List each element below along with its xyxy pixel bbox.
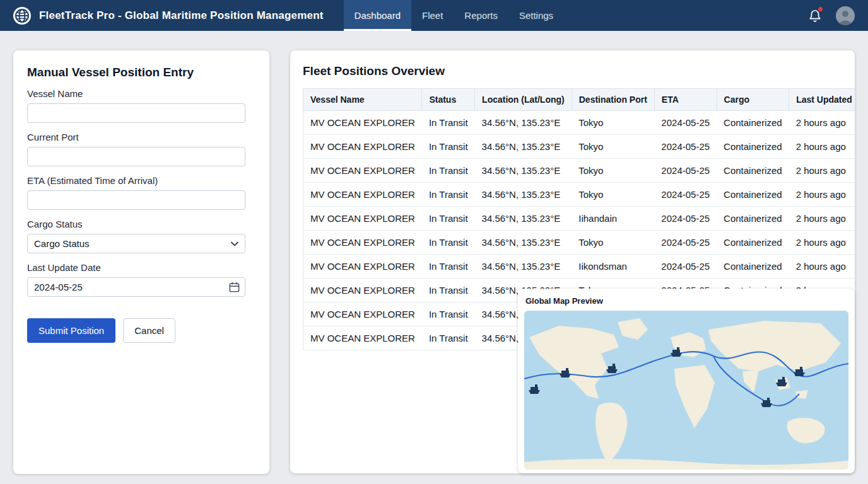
col-vessel-name[interactable]: Vessel Name — [303, 89, 422, 111]
table-cell: Iikondsman — [572, 255, 654, 279]
table-cell: 2 hours ago — [789, 207, 855, 231]
table-cell: 2 hours ago — [789, 231, 855, 255]
vessel-name-input[interactable] — [27, 103, 245, 123]
table-cell: MV OCEAN EXPLORER — [303, 135, 422, 159]
cargo-status-selected-value: Cargo Status — [34, 238, 90, 249]
form-title: Manual Vessel Position Entry — [27, 66, 255, 79]
eta-label: ETA (Estimated Time of Arrival) — [27, 175, 255, 186]
table-cell: 2024-05-25 — [654, 231, 717, 255]
table-cell: In Transit — [422, 111, 475, 135]
calendar-icon[interactable] — [229, 282, 240, 292]
table-cell: 2 hours ago — [789, 135, 855, 159]
cargo-status-label: Cargo Status — [27, 219, 255, 229]
table-row[interactable]: MV OCEAN EXPLORERIn Transit34.56°N, 135.… — [303, 255, 855, 279]
last-update-date-label: Last Update Date — [27, 262, 255, 273]
table-cell: In Transit — [422, 135, 475, 159]
table-cell: 2024-05-25 — [654, 255, 717, 279]
cancel-button[interactable]: Cancel — [123, 318, 175, 343]
table-cell: 34.56°N, 135.23°E — [475, 135, 572, 159]
table-cell: In Transit — [422, 255, 475, 279]
table-cell: MV OCEAN EXPLORER — [303, 183, 422, 207]
last-update-date-input[interactable] — [27, 277, 245, 297]
table-cell: MV OCEAN EXPLORER — [303, 279, 422, 302]
table-cell: Containerized — [717, 207, 789, 231]
col-destination-port[interactable]: Destination Port — [572, 89, 654, 111]
table-cell: In Transit — [422, 279, 475, 302]
table-cell: 2 hours ago — [789, 183, 855, 207]
app-title: FleetTrack Pro - Global Maritime Positio… — [39, 9, 324, 22]
bell-icon[interactable] — [808, 8, 822, 23]
col-location[interactable]: Location (Lat/Long) — [475, 89, 572, 111]
table-cell: Containerized — [717, 255, 789, 279]
table-cell: MV OCEAN EXPLORER — [303, 207, 422, 231]
nav-item-reports[interactable]: Reports — [454, 0, 508, 31]
table-cell: In Transit — [422, 302, 475, 326]
table-cell: 2024-05-25 — [654, 159, 717, 183]
table-cell: 2024-05-25 — [654, 111, 717, 135]
main-nav: Dashboard Fleet Reports Settings — [344, 0, 564, 31]
col-eta[interactable]: ETA — [654, 89, 717, 111]
current-port-input[interactable] — [27, 147, 245, 166]
table-row[interactable]: MV OCEAN EXPLORERIn Transit34.56°N, 135.… — [303, 135, 855, 159]
table-cell: MV OCEAN EXPLORER — [303, 159, 422, 183]
table-cell: Tokyo — [572, 183, 654, 207]
table-cell: Tokyo — [572, 231, 654, 255]
chevron-down-icon — [231, 241, 238, 246]
table-cell: 2024-05-25 — [654, 183, 717, 207]
user-avatar[interactable] — [836, 6, 855, 25]
table-row[interactable]: MV OCEAN EXPLORERIn Transit34.56°N, 135.… — [303, 159, 855, 183]
top-header: FleetTrack Pro - Global Maritime Positio… — [0, 0, 868, 31]
table-row[interactable]: MV OCEAN EXPLORERIn Transit34.56°N, 135.… — [303, 207, 855, 231]
table-row[interactable]: MV OCEAN EXPLORERIn Transit34.56°N, 135.… — [303, 183, 855, 207]
table-cell: 2 hours ago — [789, 111, 855, 135]
nav-item-fleet[interactable]: Fleet — [411, 0, 454, 31]
manual-entry-panel: Manual Vessel Position Entry Vessel Name… — [13, 50, 269, 474]
nav-item-settings[interactable]: Settings — [508, 0, 564, 31]
table-cell: 2024-05-25 — [654, 207, 717, 231]
table-cell: MV OCEAN EXPLORER — [303, 255, 422, 279]
table-cell: Tokyo — [572, 159, 654, 183]
globe-logo-icon — [13, 7, 31, 25]
current-port-label: Current Port — [27, 132, 255, 142]
table-cell: 2 hours ago — [789, 159, 855, 183]
notification-dot — [818, 7, 823, 11]
table-cell: In Transit — [422, 183, 475, 207]
table-cell: In Transit — [422, 207, 475, 231]
table-cell: Tokyo — [572, 135, 654, 159]
table-cell: 34.56°N, 135.23°E — [475, 207, 572, 231]
world-map-preview — [524, 311, 848, 470]
table-cell: 34.56°N, 135.23°E — [475, 231, 572, 255]
table-cell: MV OCEAN EXPLORER — [303, 111, 422, 135]
vessel-name-label: Vessel Name — [27, 88, 255, 99]
col-status[interactable]: Status — [422, 89, 475, 111]
col-last-updated[interactable]: Last Updated — [789, 89, 855, 111]
map-title: Global Map Preview — [525, 296, 848, 306]
cargo-status-select[interactable]: Cargo Status — [27, 234, 245, 253]
table-row[interactable]: MV OCEAN EXPLORERIn Transit34.56°N, 135.… — [303, 231, 855, 255]
table-cell: Containerized — [717, 111, 789, 135]
table-cell: Containerized — [717, 183, 789, 207]
col-cargo[interactable]: Cargo — [717, 89, 789, 111]
table-cell: 34.56°N, 135.23°E — [475, 183, 572, 207]
table-cell: In Transit — [422, 231, 475, 255]
submit-position-button[interactable]: Submit Position — [27, 318, 115, 343]
table-row[interactable]: MV OCEAN EXPLORERIn Transit34.56°N, 135.… — [303, 111, 855, 135]
table-cell: MV OCEAN EXPLORER — [303, 326, 422, 350]
table-cell: 34.56°N, 135.23°E — [475, 111, 572, 135]
table-cell: 2 hours ago — [789, 255, 855, 279]
table-cell: In Transit — [422, 159, 475, 183]
table-cell: 34.56°N, 135.23°E — [475, 159, 572, 183]
eta-input[interactable] — [27, 190, 245, 210]
global-map-panel: Global Map Preview — [518, 289, 855, 473]
table-header-row: Vessel Name Status Location (Lat/Long) D… — [303, 89, 855, 111]
table-cell: Tokyo — [572, 111, 654, 135]
table-title: Fleet Positions Overview — [303, 64, 842, 78]
table-cell: Iihandain — [572, 207, 654, 231]
table-cell: MV OCEAN EXPLORER — [303, 231, 422, 255]
nav-item-dashboard[interactable]: Dashboard — [344, 0, 411, 31]
table-cell: Containerized — [717, 159, 789, 183]
table-cell: Containerized — [717, 231, 789, 255]
table-cell: MV OCEAN EXPLORER — [303, 302, 422, 326]
main-content: Manual Vessel Position Entry Vessel Name… — [0, 31, 868, 484]
table-cell: 2024-05-25 — [654, 135, 717, 159]
